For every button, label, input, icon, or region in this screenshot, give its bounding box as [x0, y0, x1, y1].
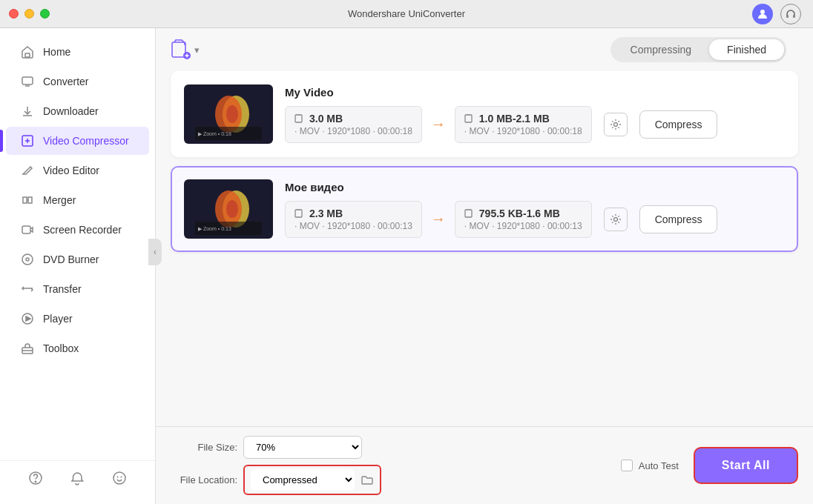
auto-test-row: Auto Test [621, 460, 679, 471]
sidebar-label-downloader: Downloader [43, 105, 99, 117]
file-size-label: File Size: [171, 442, 237, 453]
sidebar-item-video-compressor[interactable]: Video Compressor [6, 127, 149, 155]
notifications-icon[interactable] [69, 470, 85, 486]
toolbar: ▾ ‹ Compressing Finished [156, 28, 813, 71]
svg-text:▶ Zoom • 0:18: ▶ Zoom • 0:18 [198, 131, 231, 136]
home-icon [21, 45, 34, 59]
sidebar-item-player[interactable]: Player [6, 305, 149, 333]
svg-point-35 [613, 217, 617, 221]
svg-rect-6 [22, 226, 30, 233]
maximize-button[interactable] [40, 9, 50, 19]
svg-point-7 [22, 254, 33, 265]
svg-rect-4 [22, 77, 33, 84]
sidebar-item-video-editor[interactable]: Video Editor [6, 156, 149, 185]
browse-folder-button[interactable] [361, 474, 374, 487]
svg-rect-24 [295, 115, 302, 122]
svg-point-0 [760, 10, 765, 14]
svg-text:▶ Zoom • 0:13: ▶ Zoom • 0:13 [198, 226, 231, 231]
svg-rect-34 [465, 210, 472, 217]
merger-icon [21, 193, 34, 207]
sidebar-label-player: Player [43, 313, 73, 325]
video-meta-row-1: 3.0 MB · MOV · 1920*1080 · 00:00:18 → 1.… [285, 106, 785, 143]
sidebar-label-transfer: Transfer [43, 283, 82, 295]
app-body: Home Converter Downloader [0, 28, 813, 504]
video-meta-row-2: 2.3 MB · MOV · 1920*1080 · 00:00:13 → 79… [285, 201, 785, 238]
dvd-icon [21, 253, 34, 266]
svg-rect-33 [295, 210, 302, 217]
video-list: ▶ Zoom • 0:18 My Video 3.0 MB [156, 71, 813, 426]
sidebar-item-dvd-burner[interactable]: DVD Burner [6, 245, 149, 273]
original-meta-2: 2.3 MB · MOV · 1920*1080 · 00:00:13 [285, 201, 422, 238]
sidebar-item-downloader[interactable]: Downloader [6, 97, 149, 125]
sidebar-item-screen-recorder[interactable]: Screen Recorder [6, 216, 149, 244]
svg-rect-1 [786, 15, 789, 18]
add-dropdown-arrow: ▾ [194, 44, 200, 56]
sidebar-item-home[interactable]: Home [6, 38, 149, 66]
auto-test-label: Auto Test [639, 460, 679, 471]
file-location-row: File Location: Compressed Same as source… [171, 465, 621, 495]
toolbox-icon [21, 342, 34, 355]
headset-icon[interactable] [780, 4, 801, 24]
window-controls [9, 9, 50, 19]
settings-icon-1[interactable] [604, 113, 628, 136]
video-info-1: My Video 3.0 MB · MOV · 1920*1080 · 00:0… [285, 86, 785, 143]
sidebar-label-video-editor: Video Editor [43, 165, 99, 176]
svg-point-8 [26, 258, 29, 261]
converter-icon [21, 75, 34, 88]
video-thumbnail-2: ▶ Zoom • 0:13 [184, 179, 273, 239]
svg-point-12 [35, 481, 36, 482]
video-title-1: My Video [285, 86, 785, 99]
original-meta-1: 3.0 MB · MOV · 1920*1080 · 00:00:18 [285, 106, 422, 143]
file-location-input-group: Compressed Same as source Custom... [243, 465, 381, 495]
help-icon[interactable] [27, 470, 44, 486]
bottom-right: Auto Test Start All [621, 447, 798, 484]
sidebar-label-converter: Converter [43, 76, 88, 87]
svg-rect-2 [793, 15, 795, 18]
video-title-2: Мое видео [285, 181, 785, 193]
file-size-select[interactable]: 70% 50% 30% 90% [243, 436, 362, 459]
collapse-sidebar-button[interactable]: ‹ [156, 239, 162, 265]
auto-test-checkbox[interactable] [621, 460, 633, 471]
file-location-select[interactable]: Compressed Same as source Custom... [251, 469, 355, 491]
video-card-1: ▶ Zoom • 0:18 My Video 3.0 MB [171, 71, 798, 157]
compress-button-2[interactable]: Compress [639, 205, 718, 233]
minimize-button[interactable] [24, 9, 34, 19]
sidebar-item-converter[interactable]: Converter [6, 67, 149, 96]
sidebar-item-merger[interactable]: Merger [6, 186, 149, 214]
start-all-button[interactable]: Start All [694, 447, 798, 484]
file-location-label: File Location: [171, 474, 237, 485]
compressed-meta-2: 795.5 KB-1.6 MB · MOV · 1920*1080 · 00:0… [455, 201, 592, 238]
recorder-icon [21, 223, 34, 236]
sidebar: Home Converter Downloader [0, 28, 156, 504]
collapse-icon: ‹ [156, 247, 157, 257]
svg-point-26 [613, 122, 617, 126]
video-info-2: Мое видео 2.3 MB · MOV · 1920*1080 · 00:… [285, 181, 785, 238]
sidebar-item-toolbox[interactable]: Toolbox [6, 334, 149, 362]
close-button[interactable] [9, 9, 19, 19]
app-title: Wondershare UniConverter [348, 8, 465, 19]
titlebar: Wondershare UniConverter [0, 0, 813, 28]
svg-point-30 [226, 200, 238, 218]
feedback-icon[interactable] [111, 470, 128, 486]
compressed-details-1: · MOV · 1920*1080 · 00:00:18 [464, 126, 582, 136]
player-icon [21, 312, 34, 325]
sidebar-label-dvd-burner: DVD Burner [43, 253, 99, 265]
tab-finished[interactable]: Finished [709, 39, 784, 60]
tab-compressing[interactable]: Compressing [613, 39, 709, 60]
arrow-icon-2: → [431, 210, 446, 228]
compressor-icon [21, 134, 34, 147]
sidebar-item-transfer[interactable]: Transfer [6, 275, 149, 303]
add-file-button[interactable]: ▾ [171, 39, 200, 60]
arrow-icon-1: → [431, 116, 446, 133]
sidebar-label-screen-recorder: Screen Recorder [43, 224, 122, 236]
compressed-details-2: · MOV · 1920*1080 · 00:00:13 [464, 221, 582, 231]
bottom-fields: File Size: 70% 50% 30% 90% File Location… [171, 436, 621, 495]
svg-rect-3 [25, 53, 30, 57]
svg-point-15 [120, 477, 122, 478]
compress-button-1[interactable]: Compress [639, 110, 718, 139]
user-icon[interactable] [752, 4, 773, 24]
video-card-2: ▶ Zoom • 0:13 Мое видео 2.3 MB [171, 166, 798, 252]
svg-rect-25 [465, 115, 472, 122]
settings-icon-2[interactable] [604, 208, 628, 231]
sidebar-label-merger: Merger [43, 194, 76, 206]
